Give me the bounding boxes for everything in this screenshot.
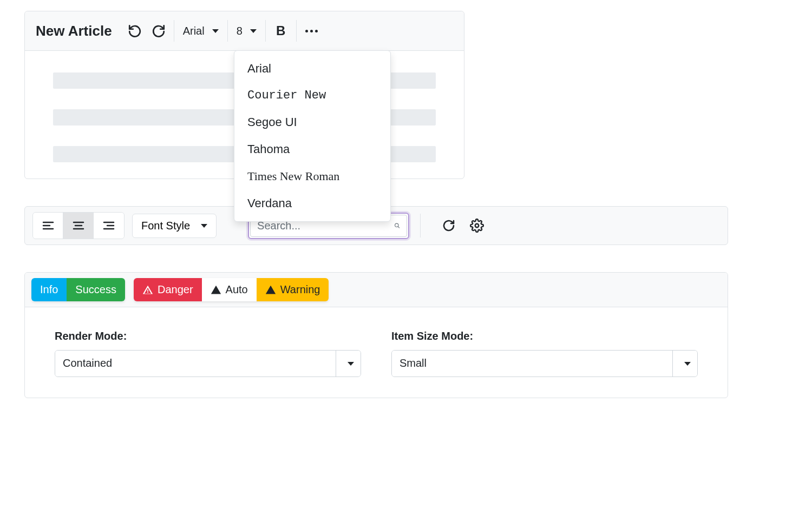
bold-icon: B (276, 23, 285, 38)
align-center-button[interactable] (63, 213, 94, 239)
overflow-button[interactable] (300, 19, 324, 43)
info-button[interactable]: Info (31, 278, 67, 301)
font-style-label: Font Style (141, 220, 190, 232)
editor-title: New Article (31, 23, 117, 39)
align-right-icon (102, 219, 115, 232)
align-center-icon (72, 219, 85, 232)
warning-triangle-icon (265, 285, 276, 295)
redo-icon (152, 24, 166, 38)
settings-form: Render Mode: Contained Item Size Mode: S… (25, 307, 728, 398)
editor-card: New Article Arial 8 B (24, 11, 464, 179)
font-option[interactable]: Verdana (234, 190, 390, 217)
chevron-down-icon (201, 224, 207, 228)
settings-button[interactable] (465, 214, 489, 237)
colored-toolbar: Info Success Danger Auto Warning (25, 273, 728, 307)
font-family-combo[interactable]: Arial (178, 21, 224, 42)
refresh-button[interactable] (437, 214, 461, 237)
font-option[interactable]: Arial (234, 55, 390, 82)
align-right-button[interactable] (94, 213, 124, 239)
warning-triangle-icon (142, 285, 153, 295)
more-horizontal-icon (305, 30, 318, 32)
separator (296, 20, 297, 42)
svg-point-11 (475, 224, 479, 228)
chevron-down-icon (348, 362, 354, 366)
item-size-label: Item Size Mode: (391, 330, 698, 342)
select-caret[interactable] (336, 351, 361, 377)
undo-button[interactable] (123, 19, 147, 43)
font-option[interactable]: Tahoma (234, 136, 390, 163)
danger-auto-warning-group: Danger Auto Warning (134, 278, 329, 301)
search-icon (394, 220, 400, 232)
render-mode-value: Contained (55, 351, 336, 377)
chevron-down-icon (684, 362, 691, 366)
success-button[interactable]: Success (67, 278, 125, 301)
danger-button[interactable]: Danger (134, 278, 202, 301)
warning-button[interactable]: Warning (257, 278, 329, 301)
font-size-value: 8 (237, 25, 243, 37)
gear-icon (470, 219, 484, 233)
font-option[interactable]: Courier New (234, 82, 390, 109)
font-style-dropdown-button[interactable]: Font Style (132, 214, 217, 238)
separator (227, 20, 228, 42)
editor-toolbar: New Article Arial 8 B (25, 11, 464, 51)
chevron-down-icon (212, 29, 219, 33)
separator (420, 214, 421, 237)
refresh-icon (442, 219, 455, 232)
separator (265, 20, 266, 42)
info-success-group: Info Success (31, 278, 125, 301)
undo-icon (128, 24, 142, 38)
bold-button[interactable]: B (269, 19, 293, 43)
font-family-value: Arial (183, 25, 205, 37)
align-left-icon (42, 219, 55, 232)
render-mode-select[interactable]: Contained (55, 350, 361, 377)
warning-triangle-icon (211, 285, 221, 295)
font-option[interactable]: Segoe UI (234, 109, 390, 136)
separator (174, 20, 174, 42)
item-size-value: Small (392, 351, 672, 377)
font-family-dropdown: ArialCourier NewSegoe UITahomaTimes New … (234, 50, 391, 222)
font-option[interactable]: Times New Roman (234, 163, 390, 190)
svg-line-10 (398, 227, 399, 228)
font-size-combo[interactable]: 8 (231, 21, 262, 42)
settings-card: Info Success Danger Auto Warning Render … (24, 272, 728, 398)
redo-button[interactable] (147, 19, 171, 43)
alignment-group (32, 212, 125, 239)
item-size-select[interactable]: Small (391, 350, 698, 377)
auto-button[interactable]: Auto (202, 278, 257, 301)
align-left-button[interactable] (33, 213, 63, 239)
select-caret[interactable] (672, 351, 697, 377)
render-mode-label: Render Mode: (55, 330, 361, 342)
chevron-down-icon (250, 29, 257, 33)
